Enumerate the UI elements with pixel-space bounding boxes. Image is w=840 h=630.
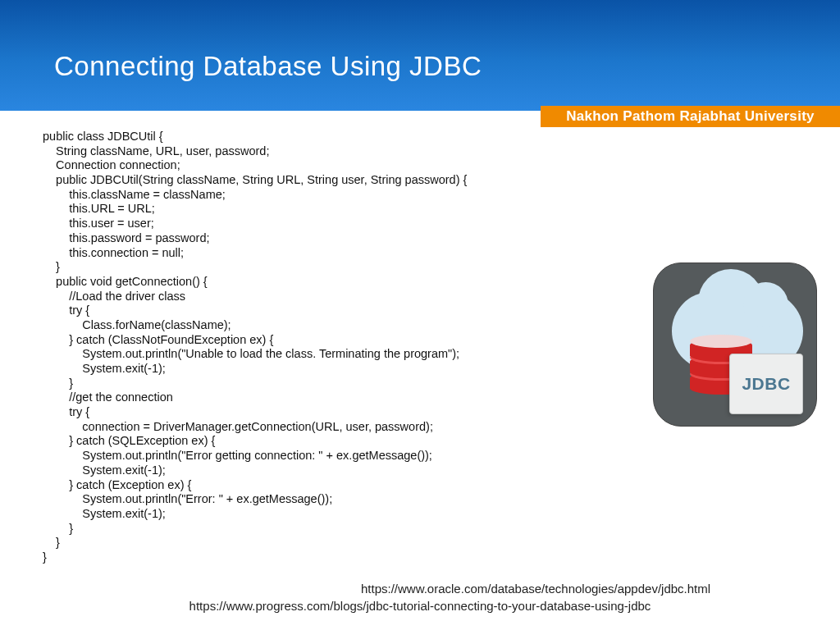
jdbc-card-label: JDBC: [742, 374, 790, 394]
jdbc-icon: JDBC: [653, 262, 817, 427]
code-snippet: public class JDBCUtil { String className…: [43, 130, 467, 565]
footer-links: https://www.progress.com/blogs/jdbc-tuto…: [0, 596, 840, 615]
header-banner: Connecting Database Using JDBC: [0, 0, 840, 111]
jdbc-card: JDBC: [729, 354, 803, 414]
footer-link-oracle: https://www.oracle.com/database/technolo…: [361, 582, 710, 596]
footer-link-progress: https://www.progress.com/blogs/jdbc-tuto…: [0, 599, 840, 613]
page-title: Connecting Database Using JDBC: [54, 51, 482, 82]
university-ribbon: Nakhon Pathom Rajabhat University: [541, 106, 840, 127]
